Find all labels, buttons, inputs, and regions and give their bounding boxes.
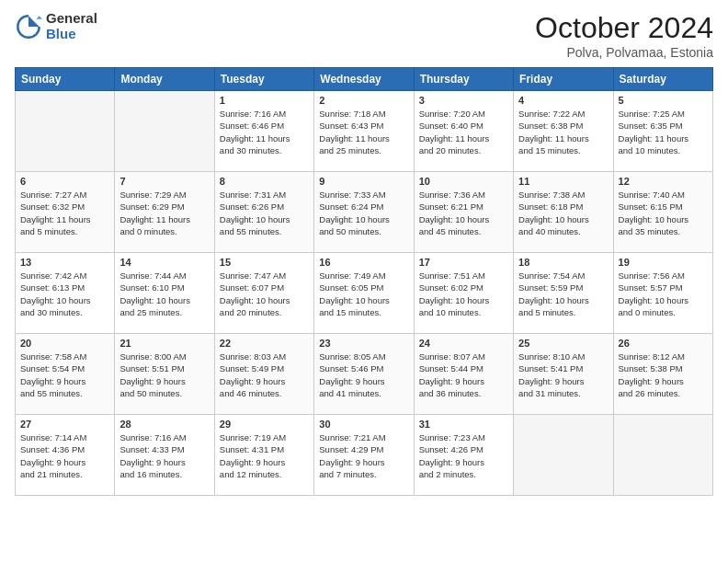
day-info: Sunrise: 7:58 AM Sunset: 5:54 PM Dayligh…	[20, 350, 109, 399]
day-info: Sunrise: 8:05 AM Sunset: 5:46 PM Dayligh…	[319, 350, 408, 399]
calendar-cell: 16Sunrise: 7:49 AM Sunset: 6:05 PM Dayli…	[314, 253, 414, 334]
day-number: 24	[419, 338, 508, 349]
calendar-cell: 24Sunrise: 8:07 AM Sunset: 5:44 PM Dayli…	[414, 334, 513, 415]
calendar-table: SundayMondayTuesdayWednesdayThursdayFrid…	[15, 67, 713, 496]
day-number: 11	[518, 176, 608, 187]
calendar-cell: 4Sunrise: 7:22 AM Sunset: 6:38 PM Daylig…	[514, 91, 613, 172]
day-number: 7	[119, 176, 209, 187]
day-number: 20	[20, 338, 109, 349]
day-number: 1	[220, 95, 309, 106]
day-number: 6	[20, 176, 109, 187]
day-info: Sunrise: 8:00 AM Sunset: 5:51 PM Dayligh…	[119, 350, 209, 399]
calendar-cell	[514, 415, 613, 496]
calendar-body: 1Sunrise: 7:16 AM Sunset: 6:46 PM Daylig…	[16, 91, 713, 496]
day-info: Sunrise: 7:31 AM Sunset: 6:26 PM Dayligh…	[220, 189, 309, 237]
day-number: 26	[619, 338, 708, 349]
day-info: Sunrise: 7:16 AM Sunset: 4:33 PM Dayligh…	[119, 431, 209, 480]
logo-general: General	[46, 11, 97, 27]
calendar-page: General Blue October 2024 Polva, Polvama…	[0, 0, 728, 563]
day-number: 28	[119, 419, 209, 430]
day-info: Sunrise: 8:03 AM Sunset: 5:49 PM Dayligh…	[220, 350, 309, 399]
calendar-cell: 2Sunrise: 7:18 AM Sunset: 6:43 PM Daylig…	[314, 91, 414, 172]
calendar-cell: 8Sunrise: 7:31 AM Sunset: 6:26 PM Daylig…	[214, 172, 313, 253]
calendar-cell: 17Sunrise: 7:51 AM Sunset: 6:02 PM Dayli…	[414, 253, 513, 334]
calendar-cell: 23Sunrise: 8:05 AM Sunset: 5:46 PM Dayli…	[314, 334, 414, 415]
day-number: 2	[319, 95, 408, 106]
day-info: Sunrise: 7:54 AM Sunset: 5:59 PM Dayligh…	[518, 270, 608, 318]
day-number: 19	[619, 257, 708, 268]
day-info: Sunrise: 7:38 AM Sunset: 6:18 PM Dayligh…	[518, 189, 608, 237]
calendar-cell: 20Sunrise: 7:58 AM Sunset: 5:54 PM Dayli…	[16, 334, 115, 415]
day-info: Sunrise: 7:14 AM Sunset: 4:36 PM Dayligh…	[20, 431, 109, 480]
calendar-cell: 13Sunrise: 7:42 AM Sunset: 6:13 PM Dayli…	[16, 253, 115, 334]
main-title: October 2024	[535, 11, 713, 45]
calendar-cell: 3Sunrise: 7:20 AM Sunset: 6:40 PM Daylig…	[414, 91, 513, 172]
day-number: 17	[419, 257, 508, 268]
calendar-header-wednesday: Wednesday	[314, 68, 414, 91]
calendar-cell: 6Sunrise: 7:27 AM Sunset: 6:32 PM Daylig…	[16, 172, 115, 253]
day-number: 29	[220, 419, 309, 430]
calendar-cell: 31Sunrise: 7:23 AM Sunset: 4:26 PM Dayli…	[414, 415, 513, 496]
day-number: 31	[419, 419, 508, 430]
calendar-header-row: SundayMondayTuesdayWednesdayThursdayFrid…	[16, 68, 713, 91]
day-number: 5	[619, 95, 708, 106]
calendar-cell: 26Sunrise: 8:12 AM Sunset: 5:38 PM Dayli…	[613, 334, 712, 415]
calendar-week-3: 13Sunrise: 7:42 AM Sunset: 6:13 PM Dayli…	[16, 253, 713, 334]
day-number: 13	[20, 257, 109, 268]
calendar-cell: 18Sunrise: 7:54 AM Sunset: 5:59 PM Dayli…	[514, 253, 613, 334]
day-info: Sunrise: 7:19 AM Sunset: 4:31 PM Dayligh…	[220, 431, 309, 480]
calendar-cell: 5Sunrise: 7:25 AM Sunset: 6:35 PM Daylig…	[613, 91, 712, 172]
subtitle: Polva, Polvamaa, Estonia	[535, 45, 713, 60]
calendar-cell: 22Sunrise: 8:03 AM Sunset: 5:49 PM Dayli…	[214, 334, 313, 415]
calendar-cell	[115, 91, 214, 172]
day-number: 16	[319, 257, 408, 268]
day-info: Sunrise: 7:40 AM Sunset: 6:15 PM Dayligh…	[619, 189, 708, 237]
calendar-cell: 27Sunrise: 7:14 AM Sunset: 4:36 PM Dayli…	[16, 415, 115, 496]
day-number: 14	[119, 257, 209, 268]
logo-blue: Blue	[46, 27, 97, 42]
calendar-week-5: 27Sunrise: 7:14 AM Sunset: 4:36 PM Dayli…	[16, 415, 713, 496]
day-number: 21	[119, 338, 209, 349]
day-info: Sunrise: 7:51 AM Sunset: 6:02 PM Dayligh…	[419, 270, 508, 318]
day-number: 8	[220, 176, 309, 187]
calendar-cell: 21Sunrise: 8:00 AM Sunset: 5:51 PM Dayli…	[115, 334, 214, 415]
day-info: Sunrise: 8:10 AM Sunset: 5:41 PM Dayligh…	[518, 350, 608, 399]
day-info: Sunrise: 7:16 AM Sunset: 6:46 PM Dayligh…	[220, 108, 309, 156]
day-number: 12	[619, 176, 708, 187]
day-number: 18	[518, 257, 608, 268]
calendar-cell	[16, 91, 115, 172]
day-number: 15	[220, 257, 309, 268]
calendar-cell: 25Sunrise: 8:10 AM Sunset: 5:41 PM Dayli…	[514, 334, 613, 415]
day-info: Sunrise: 7:56 AM Sunset: 5:57 PM Dayligh…	[619, 270, 708, 318]
calendar-header-tuesday: Tuesday	[214, 68, 313, 91]
day-number: 30	[319, 419, 408, 430]
calendar-cell: 9Sunrise: 7:33 AM Sunset: 6:24 PM Daylig…	[314, 172, 414, 253]
calendar-week-2: 6Sunrise: 7:27 AM Sunset: 6:32 PM Daylig…	[16, 172, 713, 253]
calendar-header-friday: Friday	[514, 68, 613, 91]
day-info: Sunrise: 7:21 AM Sunset: 4:29 PM Dayligh…	[319, 431, 408, 480]
calendar-cell: 11Sunrise: 7:38 AM Sunset: 6:18 PM Dayli…	[514, 172, 613, 253]
day-number: 4	[518, 95, 608, 106]
logo-text: General Blue	[46, 11, 97, 41]
calendar-header-saturday: Saturday	[613, 68, 712, 91]
day-number: 27	[20, 419, 109, 430]
calendar-cell: 28Sunrise: 7:16 AM Sunset: 4:33 PM Dayli…	[115, 415, 214, 496]
day-number: 3	[419, 95, 508, 106]
day-info: Sunrise: 7:33 AM Sunset: 6:24 PM Dayligh…	[319, 189, 408, 237]
calendar-cell: 14Sunrise: 7:44 AM Sunset: 6:10 PM Dayli…	[115, 253, 214, 334]
title-block: October 2024 Polva, Polvamaa, Estonia	[535, 11, 713, 60]
calendar-cell: 1Sunrise: 7:16 AM Sunset: 6:46 PM Daylig…	[214, 91, 313, 172]
calendar-cell: 12Sunrise: 7:40 AM Sunset: 6:15 PM Dayli…	[613, 172, 712, 253]
calendar-week-4: 20Sunrise: 7:58 AM Sunset: 5:54 PM Dayli…	[16, 334, 713, 415]
calendar-cell	[613, 415, 712, 496]
logo-icon	[15, 13, 42, 40]
day-number: 9	[319, 176, 408, 187]
calendar-header-sunday: Sunday	[16, 68, 115, 91]
day-info: Sunrise: 7:36 AM Sunset: 6:21 PM Dayligh…	[419, 189, 508, 237]
day-number: 23	[319, 338, 408, 349]
calendar-cell: 10Sunrise: 7:36 AM Sunset: 6:21 PM Dayli…	[414, 172, 513, 253]
day-info: Sunrise: 7:47 AM Sunset: 6:07 PM Dayligh…	[220, 270, 309, 318]
day-number: 25	[518, 338, 608, 349]
calendar-header-monday: Monday	[115, 68, 214, 91]
day-info: Sunrise: 7:27 AM Sunset: 6:32 PM Dayligh…	[20, 189, 109, 237]
